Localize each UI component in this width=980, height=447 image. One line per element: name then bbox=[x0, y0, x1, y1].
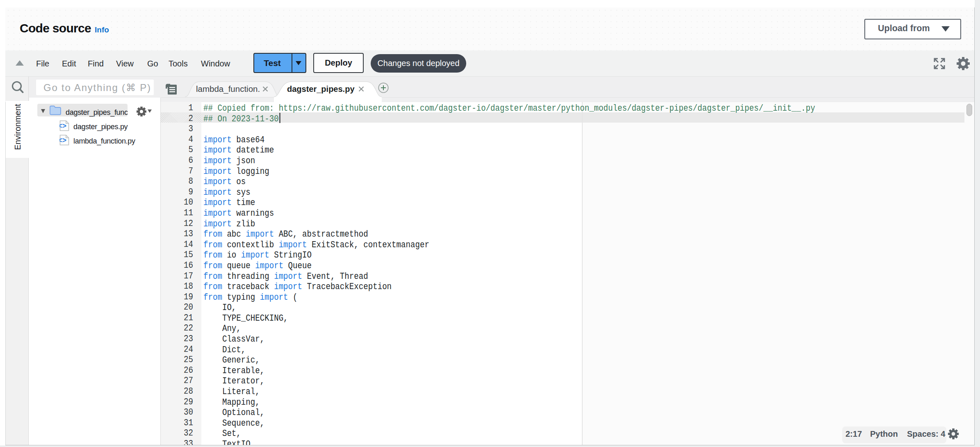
svg-text:<>: <> bbox=[59, 136, 66, 144]
svg-text:<>: <> bbox=[59, 122, 66, 130]
